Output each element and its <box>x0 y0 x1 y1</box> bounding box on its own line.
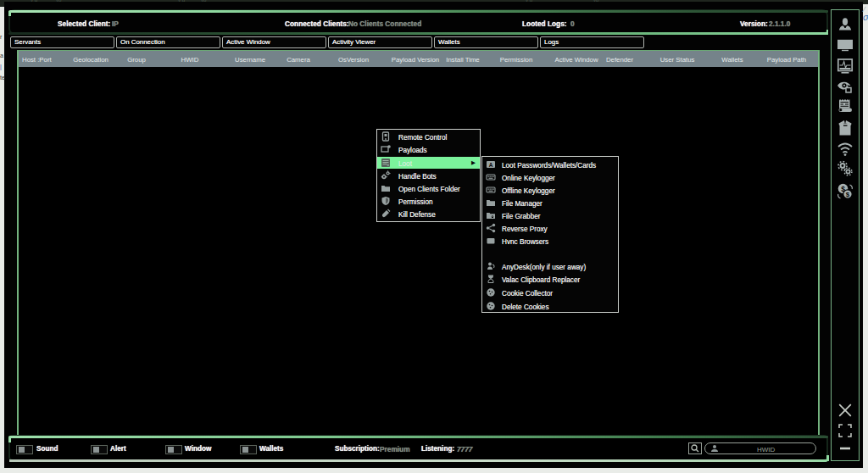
svg-text:$: $ <box>846 191 850 198</box>
svg-text:A: A <box>489 161 493 167</box>
